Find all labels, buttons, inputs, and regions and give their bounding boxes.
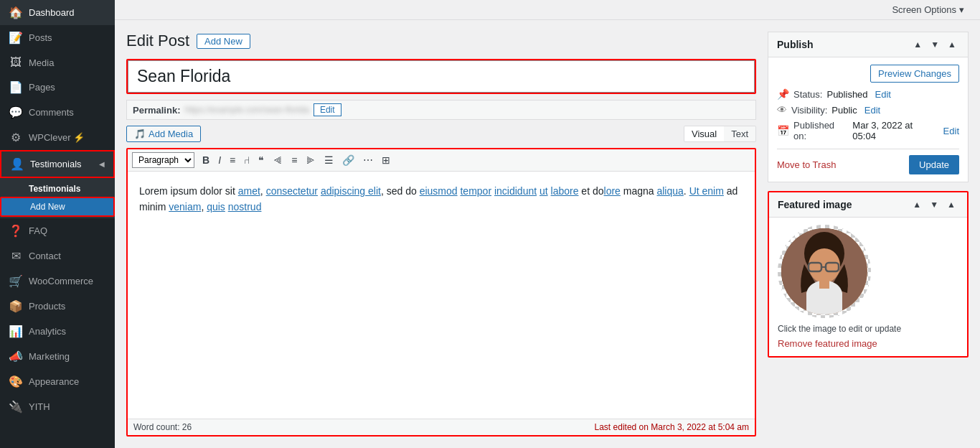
comments-icon: 💬 bbox=[9, 106, 23, 119]
sidebar-item-woocommerce[interactable]: 🛒 WooCommerce bbox=[0, 269, 115, 294]
more-button[interactable]: ⋯ bbox=[359, 152, 377, 168]
contact-icon: ✉ bbox=[9, 249, 23, 263]
featured-image-wrapper[interactable] bbox=[778, 225, 871, 318]
sidebar-item-products[interactable]: 📦 Products bbox=[0, 294, 115, 319]
blockquote-button[interactable]: ❝ bbox=[255, 152, 268, 168]
remove-featured-link[interactable]: Remove featured image bbox=[778, 338, 877, 349]
bold-button[interactable]: B bbox=[199, 152, 213, 168]
publish-collapse-down[interactable]: ▼ bbox=[928, 38, 942, 51]
sidebar-item-comments[interactable]: 💬 Comments bbox=[0, 100, 115, 125]
status-edit-link[interactable]: Edit bbox=[875, 89, 891, 100]
permalink-row: Permalink: https://example.com/sean-flor… bbox=[126, 100, 756, 120]
sidebar-label-analytics: Analytics bbox=[29, 326, 66, 337]
publish-box-title: Publish bbox=[777, 39, 814, 50]
post-title-input[interactable] bbox=[128, 60, 755, 93]
italic-button[interactable]: I bbox=[215, 152, 225, 168]
visual-text-tabs: Visual Text bbox=[684, 126, 756, 142]
screen-options-label: Screen Options bbox=[892, 4, 956, 15]
sidebar-label-woocommerce: WooCommerce bbox=[29, 276, 93, 286]
sidebar-item-media[interactable]: 🖼 Media bbox=[0, 50, 115, 75]
submenu-title: Testimonials bbox=[0, 179, 115, 197]
publish-actions-top: Preview Changes bbox=[777, 65, 959, 83]
sidebar-item-pages[interactable]: 📄 Pages bbox=[0, 75, 115, 100]
faq-icon: ❓ bbox=[9, 224, 23, 238]
testimonials-icon: 👤 bbox=[10, 157, 24, 171]
page-title-row: Edit Post Add New bbox=[126, 32, 756, 50]
add-new-button[interactable]: Add New bbox=[197, 34, 250, 49]
editor-body[interactable]: Lorem ipsum dolor sit amet, consectetur … bbox=[128, 172, 755, 419]
woocommerce-icon: 🛒 bbox=[9, 274, 23, 288]
sidebar-item-faq[interactable]: ❓ FAQ bbox=[0, 218, 115, 243]
text-tab[interactable]: Text bbox=[724, 126, 755, 141]
sidebar-item-contact[interactable]: ✉ Contact bbox=[0, 243, 115, 269]
visibility-icon: 👁 bbox=[777, 104, 787, 116]
main-area: Screen Options ▾ Edit Post Add New Perma… bbox=[115, 0, 980, 448]
link-button[interactable]: 🔗 bbox=[339, 152, 358, 168]
submenu-item-add-new[interactable]: Add New bbox=[0, 197, 115, 217]
add-media-button[interactable]: 🎵 Add Media bbox=[126, 126, 201, 142]
move-to-trash-link[interactable]: Move to Trash bbox=[777, 159, 836, 170]
published-edit-link[interactable]: Edit bbox=[943, 126, 959, 136]
sidebar-item-yith[interactable]: 🔌 YITH bbox=[0, 394, 115, 419]
media-icon: 🖼 bbox=[9, 56, 23, 69]
sidebar-label-posts: Posts bbox=[29, 32, 52, 43]
publish-collapse-up[interactable]: ▲ bbox=[910, 38, 925, 51]
featured-image-actions: ▲ ▼ ▲ bbox=[910, 198, 958, 211]
sidebar-item-marketing[interactable]: 📣 Marketing bbox=[0, 344, 115, 369]
status-label: Status: bbox=[793, 89, 822, 100]
sidebar-label-media: Media bbox=[29, 57, 54, 68]
sidebar-label-appearance: Appearance bbox=[29, 376, 79, 387]
publish-close[interactable]: ▲ bbox=[945, 38, 959, 51]
sidebar-item-wpclever[interactable]: ⚙ WPClever ⚡ bbox=[0, 125, 115, 150]
ordered-list-button[interactable]: ⑁ bbox=[240, 152, 253, 168]
publish-footer: Move to Trash Update bbox=[777, 149, 959, 174]
edit-permalink-button[interactable]: Edit bbox=[314, 103, 341, 116]
publish-box: Publish ▲ ▼ ▲ Preview Changes 📌 Status: … bbox=[768, 32, 969, 182]
sidebar-item-posts[interactable]: 📝 Posts bbox=[0, 25, 115, 50]
format-select[interactable]: Paragraph bbox=[132, 152, 194, 168]
status-icon: 📌 bbox=[777, 88, 789, 100]
appearance-icon: 🎨 bbox=[9, 375, 23, 388]
featured-image-header: Featured image ▲ ▼ ▲ bbox=[769, 192, 967, 218]
sidebar-label-faq: FAQ bbox=[29, 225, 47, 236]
right-sidebar: Publish ▲ ▼ ▲ Preview Changes 📌 Status: … bbox=[768, 32, 969, 437]
visibility-edit-link[interactable]: Edit bbox=[864, 105, 880, 116]
unordered-list-button[interactable]: ≡ bbox=[226, 152, 239, 168]
featured-collapse-down[interactable]: ▼ bbox=[927, 198, 941, 211]
screen-options-button[interactable]: Screen Options ▾ bbox=[887, 3, 969, 17]
add-media-icon: 🎵 bbox=[134, 129, 146, 139]
visibility-value: Public bbox=[831, 105, 857, 116]
sidebar-item-analytics[interactable]: 📊 Analytics bbox=[0, 319, 115, 344]
published-icon: 📅 bbox=[777, 125, 789, 136]
justify-button[interactable]: ☰ bbox=[321, 152, 337, 168]
preview-changes-button[interactable]: Preview Changes bbox=[870, 65, 959, 83]
sidebar-label-marketing: Marketing bbox=[29, 351, 70, 362]
analytics-icon: 📊 bbox=[9, 325, 23, 338]
permalink-label: Permalink: bbox=[133, 105, 180, 116]
sidebar-item-testimonials[interactable]: 👤 Testimonials ◀ bbox=[0, 150, 115, 178]
marketing-icon: 📣 bbox=[9, 350, 23, 363]
table-button[interactable]: ⊞ bbox=[378, 152, 394, 168]
visibility-row: 👁 Visibility: Public Edit bbox=[777, 104, 959, 116]
visibility-label: Visibility: bbox=[791, 105, 827, 116]
last-edited: Last edited on March 3, 2022 at 5:04 am bbox=[595, 422, 749, 432]
featured-image-box: Featured image ▲ ▼ ▲ bbox=[768, 191, 969, 358]
align-right-button[interactable]: ⫸ bbox=[302, 152, 319, 168]
sidebar-item-dashboard[interactable]: 🏠 Dashboard bbox=[0, 0, 115, 25]
tinymce-toolbar: Paragraph B I ≡ ⑁ ❝ ⫷ ≡ ⫸ ☰ 🔗 ⋯ ⊞ bbox=[128, 149, 755, 172]
sidebar-label-dashboard: Dashboard bbox=[29, 7, 75, 18]
products-icon: 📦 bbox=[9, 299, 23, 313]
align-left-button[interactable]: ⫷ bbox=[269, 152, 286, 168]
featured-collapse-up[interactable]: ▲ bbox=[910, 198, 924, 211]
sidebar-label-pages: Pages bbox=[29, 82, 55, 93]
editor-container: Paragraph B I ≡ ⑁ ❝ ⫷ ≡ ⫸ ☰ 🔗 ⋯ ⊞ bbox=[126, 148, 756, 437]
visual-tab[interactable]: Visual bbox=[684, 126, 724, 141]
sidebar-item-appearance[interactable]: 🎨 Appearance bbox=[0, 369, 115, 394]
align-center-button[interactable]: ≡ bbox=[288, 152, 301, 168]
dashboard-icon: 🏠 bbox=[9, 6, 23, 19]
editor-toolbar-row: 🎵 Add Media Visual Text bbox=[126, 126, 756, 142]
word-count: Word count: 26 bbox=[133, 422, 192, 432]
update-button[interactable]: Update bbox=[909, 155, 959, 174]
featured-close[interactable]: ▲ bbox=[944, 198, 958, 211]
page-heading: Edit Post bbox=[126, 32, 189, 50]
